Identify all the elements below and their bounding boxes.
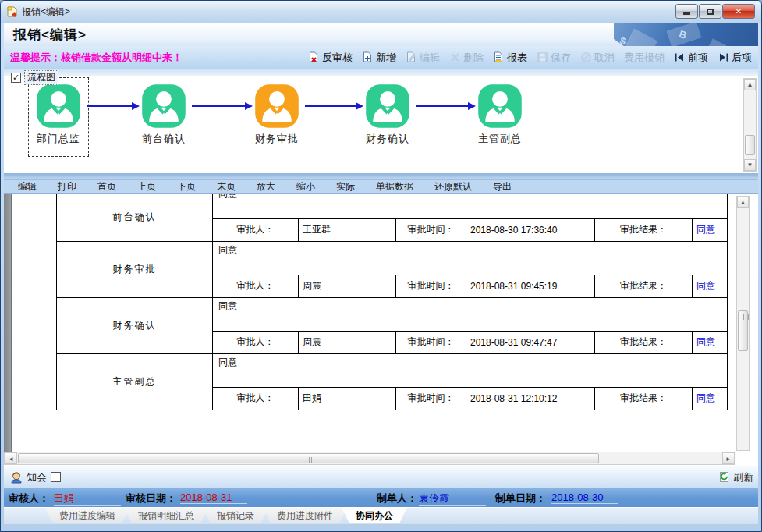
prev-item-icon <box>674 51 686 63</box>
person-avatar-icon <box>477 83 523 129</box>
flow-node-finance-confirm[interactable]: 财务确认 <box>350 83 425 146</box>
page-margin-strip <box>4 194 12 452</box>
flow-node-front-desk-confirm[interactable]: 前台确认 <box>126 83 201 146</box>
flow-node-deputy-gm[interactable]: 主管副总 <box>463 83 537 146</box>
scroll-down-icon[interactable]: ▼ <box>744 159 756 171</box>
tab-expense-progress-edit[interactable]: 费用进度编辑 <box>45 508 129 523</box>
status-bar: 审核人： 田娟 审核日期： 2018-08-31 制单人： 袁伶霞 制单日期： … <box>4 488 758 507</box>
prev-item-button[interactable]: 前项 <box>671 49 711 66</box>
toolbar-band: 温馨提示：核销借款金额从明细中来！ 反审核新增编辑删除报表保存取消费用报销前项后… <box>4 46 758 69</box>
menu-item-last-page[interactable]: 末页 <box>217 180 236 193</box>
notify-checkbox[interactable] <box>51 472 61 482</box>
tab-expense-progress-attachment[interactable]: 费用进度附件 <box>263 508 347 523</box>
auditor-label: 审核人： <box>9 491 49 505</box>
create-date-label: 制单日期： <box>495 491 546 505</box>
scrollbar-thumb[interactable] <box>18 453 599 463</box>
menu-item-zoom-out[interactable]: 缩小 <box>296 180 315 193</box>
title-bar: 报销<编辑> ✕ <box>1 1 761 23</box>
comment-cell: 同意 <box>213 194 728 218</box>
comment-cell: 同意 <box>213 297 728 331</box>
toolbar: 反审核新增编辑删除报表保存取消费用报销前项后项 <box>305 46 755 69</box>
result-label: 审批结果： <box>595 275 693 297</box>
page-title: 报销<编辑> <box>13 26 87 44</box>
result-value[interactable]: 同意 <box>693 218 728 241</box>
save-button: 保存 <box>533 49 574 66</box>
result-value[interactable]: 同意 <box>693 331 728 353</box>
menu-item-prev-page[interactable]: 上页 <box>137 180 156 193</box>
menu-item-print[interactable]: 打印 <box>58 180 76 193</box>
person-avatar-icon <box>36 83 81 129</box>
time-value: 2018-08-31 12:10:12 <box>466 387 595 410</box>
save-icon <box>537 51 548 63</box>
notify-label: 知会 <box>27 470 47 484</box>
preview-menu-bar: 编辑打印首页上页下页末页放大缩小实际单据数据还原默认导出 <box>4 179 758 194</box>
scroll-right-icon[interactable]: ► <box>722 452 735 464</box>
app-icon <box>5 5 18 18</box>
minimize-button[interactable] <box>675 4 698 19</box>
result-value[interactable]: 同意 <box>693 275 728 297</box>
tab-reimburse-record[interactable]: 报销记录 <box>203 508 268 523</box>
time-value: 2018-08-31 09:47:47 <box>466 331 595 353</box>
menu-item-actual-size[interactable]: 实际 <box>336 180 355 193</box>
flowchart-checkbox-label: 流程图 <box>24 70 58 85</box>
approver-value: 田娟 <box>299 387 396 410</box>
menu-item-restore-default[interactable]: 还原默认 <box>434 180 472 193</box>
report-icon <box>493 51 505 63</box>
tab-reimburse-detail-summary[interactable]: 报销明细汇总 <box>124 508 208 523</box>
cancel-button: 取消 <box>577 49 618 66</box>
warning-text: 温馨提示：核销借款金额从明细中来！ <box>10 51 183 65</box>
header-band: $ B A $ 报销<编辑> <box>4 23 758 46</box>
scroll-up-icon[interactable]: ▲ <box>737 197 749 208</box>
flow-node-dept-director[interactable]: 部门总监 <box>21 83 96 146</box>
close-button[interactable]: ✕ <box>722 4 755 19</box>
comment-cell: 同意 <box>213 353 728 387</box>
menu-item-doc-data[interactable]: 单据数据 <box>376 180 413 193</box>
flowchart-checkbox[interactable]: ✓ <box>11 73 21 83</box>
cancel-icon <box>580 51 592 63</box>
preview-horizontal-scrollbar[interactable]: ◄ ► <box>4 452 735 465</box>
auditor-value: 田娟 <box>54 491 121 506</box>
maximize-button[interactable] <box>699 4 721 19</box>
audit-date-label: 审核日期： <box>126 491 176 505</box>
flowchart-vertical-scrollbar[interactable]: ▲ ▼ <box>743 78 757 172</box>
menu-item-first-page[interactable]: 首页 <box>97 180 116 193</box>
refresh-icon <box>718 471 730 483</box>
preview-vertical-scrollbar[interactable]: ▲ <box>736 196 750 451</box>
separator-strip <box>4 174 758 179</box>
scroll-up-icon[interactable]: ▲ <box>744 79 756 90</box>
report-button[interactable]: 报表 <box>490 49 530 66</box>
time-label: 审批时间： <box>396 331 466 353</box>
scrollbar-thumb[interactable] <box>745 135 755 155</box>
add-new-button[interactable]: 新增 <box>359 49 399 66</box>
expense-reimburse-button: 费用报销 <box>621 49 668 66</box>
approver-label: 审批人： <box>213 275 299 297</box>
flowchart-checkbox-group[interactable]: ✓ 流程图 <box>11 70 58 85</box>
result-value[interactable]: 同意 <box>693 387 728 410</box>
anti-audit-icon <box>308 51 320 63</box>
approval-comment-row: 前台确认同意 <box>57 194 728 218</box>
approver-value: 王亚群 <box>299 218 396 241</box>
refresh-button[interactable]: 刷新 <box>718 470 753 484</box>
audit-date-value: 2018-08-31 <box>180 491 247 504</box>
flow-arrow-icon <box>192 105 246 107</box>
window-title: 报销<编辑> <box>22 5 70 19</box>
menu-item-zoom-in[interactable]: 放大 <box>257 180 275 193</box>
anti-audit-button[interactable]: 反审核 <box>305 49 356 66</box>
approver-label: 审批人： <box>213 331 299 353</box>
scroll-left-icon[interactable]: ◄ <box>5 452 17 464</box>
next-item-button[interactable]: 后项 <box>714 49 755 66</box>
menu-item-next-page[interactable]: 下页 <box>177 180 196 193</box>
person-avatar-icon <box>365 83 410 129</box>
refresh-label: 刷新 <box>733 470 753 484</box>
time-value: 2018-08-31 09:45:19 <box>466 275 595 297</box>
scrollbar-thumb[interactable] <box>738 310 748 351</box>
approval-comment-row: 财务审批同意 <box>57 241 728 275</box>
flow-node-finance-audit[interactable]: 财务审批 <box>239 83 314 146</box>
notify-row: 知会 刷新 <box>4 466 758 488</box>
menu-item-export[interactable]: 导出 <box>493 180 512 193</box>
print-preview: 前台确认同意审批人：王亚群审批时间：2018-08-30 17:36:40审批结… <box>4 194 758 466</box>
person-avatar-icon <box>141 83 186 129</box>
decorative-image: $ B A $ <box>614 23 758 46</box>
tab-collaborative-office[interactable]: 协同办公 <box>342 508 407 523</box>
menu-item-edit[interactable]: 编辑 <box>18 180 37 193</box>
